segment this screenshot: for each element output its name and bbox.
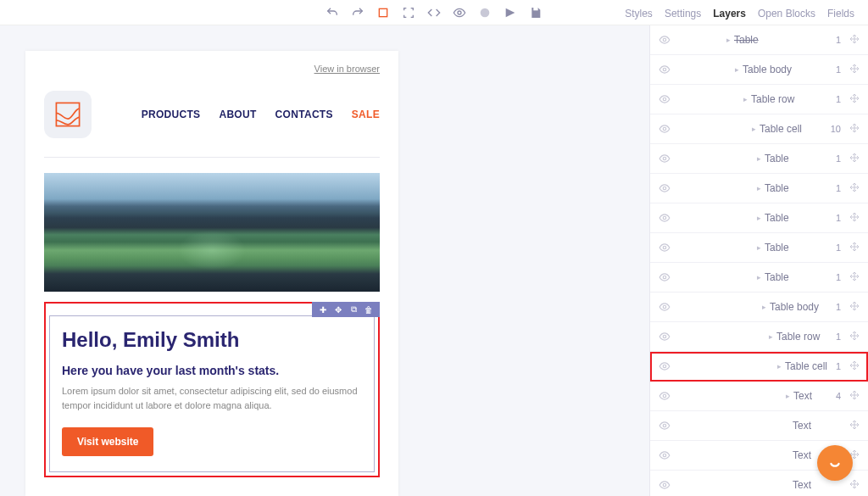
drag-icon[interactable] bbox=[849, 301, 860, 314]
copy-icon[interactable]: ⧉ bbox=[348, 304, 359, 315]
layer-row[interactable]: ▸Table body1 bbox=[650, 293, 868, 322]
drag-icon[interactable] bbox=[849, 34, 860, 47]
drag-icon[interactable] bbox=[849, 242, 860, 254]
nav-sale[interactable]: SALE bbox=[352, 109, 380, 120]
selected-block[interactable]: ✚ ✥ ⧉ 🗑 Hello, Emily Smith Here you have… bbox=[44, 302, 380, 477]
tab-open-blocks[interactable]: Open Blocks bbox=[754, 6, 819, 21]
layer-label: ▸Table bbox=[679, 271, 836, 283]
add-icon[interactable]: ✚ bbox=[318, 305, 328, 315]
play-icon[interactable] bbox=[503, 5, 518, 20]
email-canvas[interactable]: View in browser PRODUCTS ABOUT CONTACTS … bbox=[25, 51, 398, 496]
visibility-icon[interactable] bbox=[650, 34, 679, 46]
visibility-icon[interactable] bbox=[650, 360, 679, 372]
layer-row[interactable]: ▸Table1 bbox=[650, 144, 868, 174]
visibility-icon[interactable] bbox=[650, 390, 679, 402]
nav-about[interactable]: ABOUT bbox=[219, 109, 256, 120]
layer-row[interactable]: ▸Table1 bbox=[650, 174, 868, 203]
svg-point-9 bbox=[663, 157, 666, 160]
layer-row[interactable]: Text bbox=[650, 411, 868, 441]
visibility-icon[interactable] bbox=[650, 301, 679, 313]
expand-icon[interactable]: ▸ bbox=[762, 303, 766, 311]
layer-label: ▸Table cell bbox=[679, 360, 836, 372]
expand-icon[interactable]: ▸ bbox=[757, 184, 761, 192]
view-in-browser-link[interactable]: View in browser bbox=[44, 64, 380, 74]
layer-row[interactable]: ▸Table1 bbox=[650, 263, 868, 293]
drag-icon[interactable] bbox=[849, 479, 860, 492]
expand-icon[interactable]: ▸ bbox=[757, 273, 761, 281]
card-subtitle[interactable]: Here you have your last month's stats. bbox=[62, 364, 362, 377]
expand-icon[interactable]: ▸ bbox=[752, 125, 756, 133]
visibility-icon[interactable] bbox=[650, 93, 679, 105]
drag-icon[interactable] bbox=[849, 331, 860, 343]
expand-icon[interactable]: ▸ bbox=[726, 36, 731, 44]
tab-layers[interactable]: Layers bbox=[709, 6, 749, 21]
divider bbox=[44, 157, 380, 158]
expand-icon[interactable]: ▸ bbox=[757, 154, 761, 163]
layer-row[interactable]: ▸Table cell1 bbox=[650, 352, 868, 382]
layer-row[interactable]: ▸Table row1 bbox=[650, 85, 868, 114]
drag-icon[interactable] bbox=[849, 153, 860, 165]
visibility-icon[interactable] bbox=[650, 182, 679, 194]
visibility-icon[interactable] bbox=[650, 479, 679, 491]
visibility-icon[interactable] bbox=[650, 123, 679, 135]
tab-styles[interactable]: Styles bbox=[621, 6, 656, 21]
component-icon[interactable] bbox=[477, 5, 492, 20]
drag-icon[interactable] bbox=[849, 212, 860, 225]
tab-settings[interactable]: Settings bbox=[661, 6, 704, 21]
expand-icon[interactable]: ▸ bbox=[743, 95, 748, 103]
tab-fields[interactable]: Fields bbox=[824, 6, 858, 21]
expand-icon[interactable]: ▸ bbox=[757, 214, 761, 222]
layer-row[interactable]: ▸Table cell10 bbox=[650, 114, 868, 144]
nav-products[interactable]: PRODUCTS bbox=[142, 109, 201, 120]
visibility-icon[interactable] bbox=[650, 271, 679, 283]
layer-count: 1 bbox=[836, 35, 841, 45]
stop-icon[interactable] bbox=[376, 5, 391, 20]
layer-row[interactable]: ▸Table body1 bbox=[650, 55, 868, 85]
card-inner: Hello, Emily Smith Here you have your la… bbox=[49, 315, 375, 472]
expand-icon[interactable]: ▸ bbox=[777, 362, 782, 371]
move-icon[interactable]: ✥ bbox=[333, 305, 343, 315]
visibility-icon[interactable] bbox=[650, 449, 679, 461]
eye-icon[interactable] bbox=[452, 5, 467, 20]
svg-point-6 bbox=[663, 68, 666, 71]
nav-contacts[interactable]: CONTACTS bbox=[275, 109, 333, 120]
expand-icon[interactable]: ▸ bbox=[735, 65, 739, 74]
code-icon[interactable] bbox=[426, 5, 442, 20]
svg-point-20 bbox=[663, 483, 666, 487]
visibility-icon[interactable] bbox=[650, 153, 679, 164]
cta-button[interactable]: Visit website bbox=[62, 427, 153, 456]
svg-point-15 bbox=[663, 335, 666, 338]
card-body[interactable]: Lorem ipsum dolor sit amet, consectetur … bbox=[62, 384, 362, 412]
chat-bubble[interactable] bbox=[817, 445, 853, 481]
drag-icon[interactable] bbox=[849, 420, 860, 432]
visibility-icon[interactable] bbox=[650, 242, 679, 254]
layer-row[interactable]: ▸Table1 bbox=[650, 233, 868, 263]
redo-icon[interactable] bbox=[350, 5, 365, 20]
layer-row[interactable]: ▸Table1 bbox=[650, 25, 868, 55]
visibility-icon[interactable] bbox=[650, 420, 679, 432]
save-icon[interactable] bbox=[528, 5, 543, 20]
logo bbox=[44, 91, 92, 138]
visibility-icon[interactable] bbox=[650, 212, 679, 224]
hero-image[interactable] bbox=[44, 173, 380, 292]
drag-icon[interactable] bbox=[849, 390, 860, 403]
layer-label: ▸Table bbox=[679, 182, 836, 194]
card-title[interactable]: Hello, Emily Smith bbox=[62, 328, 362, 352]
layer-row[interactable]: ▸Table1 bbox=[650, 203, 868, 233]
delete-icon[interactable]: 🗑 bbox=[364, 305, 374, 315]
drag-icon[interactable] bbox=[849, 182, 860, 195]
drag-icon[interactable] bbox=[849, 360, 860, 373]
layer-row[interactable]: ▸Text4 bbox=[650, 382, 868, 411]
drag-icon[interactable] bbox=[849, 93, 860, 106]
visibility-icon[interactable] bbox=[650, 64, 679, 75]
expand-icon[interactable]: ▸ bbox=[769, 332, 773, 341]
expand-icon[interactable]: ▸ bbox=[786, 392, 790, 400]
expand-icon[interactable]: ▸ bbox=[757, 243, 761, 252]
fullscreen-icon[interactable] bbox=[401, 5, 416, 20]
drag-icon[interactable] bbox=[849, 64, 860, 76]
layer-row[interactable]: ▸Table row1 bbox=[650, 322, 868, 352]
drag-icon[interactable] bbox=[849, 123, 860, 136]
undo-icon[interactable] bbox=[325, 5, 340, 20]
drag-icon[interactable] bbox=[849, 271, 860, 284]
visibility-icon[interactable] bbox=[650, 331, 679, 343]
